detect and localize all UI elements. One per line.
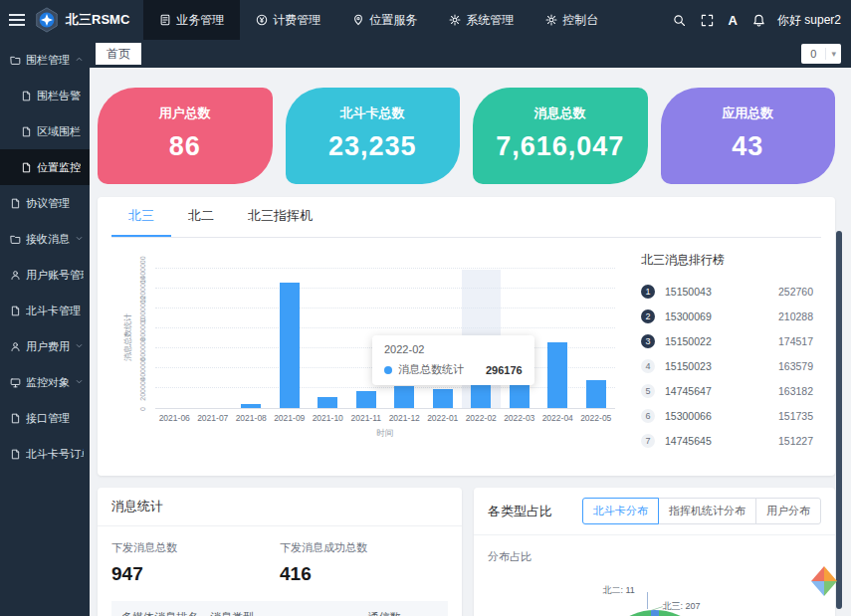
bar-2021-09[interactable] xyxy=(280,283,300,408)
metric-sent-total: 下发消息总数 947 xyxy=(111,540,280,585)
navbar-actions: A xyxy=(673,13,777,28)
rank-message-count: 210288 xyxy=(778,310,817,322)
file-icon xyxy=(21,91,32,102)
floating-diamond-logo[interactable] xyxy=(809,565,839,597)
ranking-row: 514745647163182 xyxy=(641,378,817,403)
rank-badge: 5 xyxy=(641,384,655,398)
search-icon[interactable] xyxy=(673,14,686,27)
sidebar: 围栏管理围栏告警区域围栏位置监控协议管理接收消息用户账号管理北斗卡管理用户费用管… xyxy=(0,40,90,616)
user-greeting[interactable]: 你好 super2 xyxy=(777,12,851,29)
fullscreen-icon[interactable] xyxy=(701,14,714,27)
x-axis-tick-label: 2022-05 xyxy=(577,413,616,423)
bell-icon xyxy=(752,14,765,27)
font-size-icon[interactable]: A xyxy=(729,13,738,28)
distribution-button-group: 北斗卡分布指挥机统计分布用户分布 xyxy=(582,498,821,524)
brand: 北三RSMC xyxy=(34,7,143,33)
sidebar-item[interactable]: 接口管理 xyxy=(0,400,90,436)
tab-home[interactable]: 首页 xyxy=(96,43,141,65)
sidebar-item-label: 区域围栏 xyxy=(37,124,81,139)
location-icon xyxy=(352,14,364,26)
ranking-row: 315150022174517 xyxy=(641,328,817,353)
x-axis-tick-label: 2021-10 xyxy=(309,413,347,423)
rank-message-count: 151735 xyxy=(778,410,817,422)
rank-message-count: 151227 xyxy=(778,435,817,447)
sidebar-item[interactable]: 北斗卡号订单管理 xyxy=(0,436,90,472)
bar-2021-08[interactable] xyxy=(241,404,261,408)
nav-item-label: 计费管理 xyxy=(273,12,320,29)
file-icon xyxy=(10,413,21,424)
nav-item-label: 位置服务 xyxy=(369,12,417,29)
hamburger-menu-icon[interactable] xyxy=(0,0,34,40)
gridline xyxy=(155,327,615,328)
bell-icon[interactable] xyxy=(752,14,765,27)
file-icon xyxy=(21,126,32,137)
nav-item[interactable]: 系统管理 xyxy=(433,0,530,40)
navbar-menu: 业务管理计费管理位置服务系统管理控制台 xyxy=(143,0,614,40)
stat-card-title: 消息总数 xyxy=(473,104,648,122)
overview-tabs: 北三北二北三指挥机 xyxy=(111,197,821,238)
x-axis-tick-label: 2021-07 xyxy=(194,413,233,423)
chevron-down-icon xyxy=(75,376,84,388)
stat-card-value: 43 xyxy=(661,131,836,162)
sidebar-item-label: 围栏管理 xyxy=(26,53,70,68)
sidebar-item[interactable]: 围栏管理 xyxy=(0,42,90,78)
metric-value: 416 xyxy=(280,563,448,585)
bar-2021-10[interactable] xyxy=(318,397,337,408)
stat-card[interactable]: 应用总数43 xyxy=(661,88,836,184)
rank-message-count: 163182 xyxy=(778,385,817,397)
bar-2021-11[interactable] xyxy=(356,391,376,408)
rank-badge: 1 xyxy=(641,285,655,299)
nav-item[interactable]: 控制台 xyxy=(530,0,614,40)
bar-2022-05[interactable] xyxy=(586,380,606,408)
bar-2022-04[interactable] xyxy=(547,342,567,408)
distribution-filter-button[interactable]: 北斗卡分布 xyxy=(582,498,659,524)
nav-item[interactable]: 位置服务 xyxy=(336,0,433,40)
bar-2022-03[interactable] xyxy=(510,382,530,408)
x-axis-tick-label: 2022-04 xyxy=(538,413,577,423)
y-axis-tick-label: 0 xyxy=(139,407,146,411)
ranking-row: 215300069210288 xyxy=(641,304,817,328)
sidebar-item[interactable]: 围栏告警 xyxy=(0,78,90,113)
tag-pager-dropdown[interactable]: 0 ▾ xyxy=(801,44,841,64)
page-scrollbar-thumb[interactable] xyxy=(836,231,842,609)
sidebar-item-label: 协议管理 xyxy=(26,196,70,211)
sidebar-item[interactable]: 协议管理 xyxy=(0,185,90,221)
overview-tab[interactable]: 北三指挥机 xyxy=(231,197,329,237)
sidebar-item-label: 接口管理 xyxy=(26,411,70,426)
overview-tab[interactable]: 北二 xyxy=(171,197,231,237)
x-axis-tick-label: 2022-02 xyxy=(462,413,501,423)
sidebar-item-label: 用户账号管理 xyxy=(26,268,84,283)
sidebar-item[interactable]: 接收消息 xyxy=(0,221,90,257)
file-icon xyxy=(21,162,32,173)
overview-tab[interactable]: 北三 xyxy=(111,197,171,237)
sidebar-item-label: 围栏告警 xyxy=(37,89,81,103)
folder-icon xyxy=(10,55,21,66)
message-ranking: 北三消息排行榜 11515004325276021530006921028831… xyxy=(627,238,821,453)
sidebar-item[interactable]: 位置监控 xyxy=(0,149,90,185)
stat-card[interactable]: 消息总数7,616,047 xyxy=(473,88,648,184)
nav-item[interactable]: 计费管理 xyxy=(240,0,336,40)
rank-card-id: 14745645 xyxy=(665,435,712,447)
nav-item[interactable]: 业务管理 xyxy=(143,0,240,40)
fullscreen-icon xyxy=(701,14,714,27)
bar-2021-12[interactable] xyxy=(394,386,414,408)
x-axis-tick-label: 2022-03 xyxy=(501,413,539,423)
sidebar-item[interactable]: 区域围栏 xyxy=(0,113,90,149)
sidebar-item[interactable]: 用户费用管理 xyxy=(0,328,90,364)
distribution-filter-button[interactable]: 指挥机统计分布 xyxy=(658,498,756,524)
metric-label: 下发消息成功总数 xyxy=(280,540,448,555)
stat-card[interactable]: 北斗卡总数23,235 xyxy=(286,88,461,184)
distribution-filter-button[interactable]: 用户分布 xyxy=(755,498,821,524)
bar-2022-01[interactable] xyxy=(433,389,453,408)
sidebar-item[interactable]: 监控对象类型管理 xyxy=(0,364,90,400)
sidebar-item[interactable]: 用户账号管理 xyxy=(0,257,90,293)
chart-tooltip: 2022-02 消息总数统计 296176 xyxy=(372,335,534,385)
sidebar-item[interactable]: 北斗卡管理 xyxy=(0,293,90,328)
rank-badge: 2 xyxy=(641,309,655,323)
rank-badge: 4 xyxy=(641,359,655,373)
sidebar-item-label: 监控对象类型管理 xyxy=(26,375,70,390)
rank-message-count: 174517 xyxy=(778,335,817,347)
gridline xyxy=(155,387,615,388)
pie-chart: 北二: 11 北三: 207 xyxy=(474,564,835,616)
stat-card[interactable]: 用户总数86 xyxy=(98,88,273,184)
